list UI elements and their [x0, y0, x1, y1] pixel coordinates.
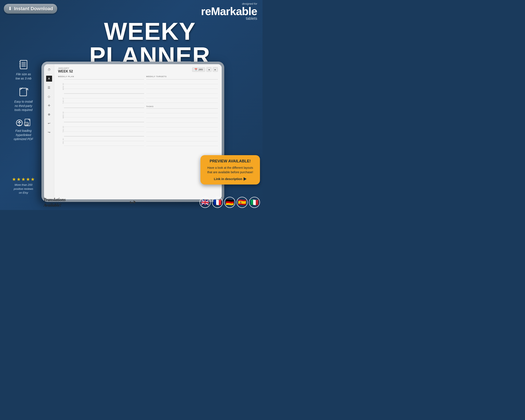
weekly-plan-column: WEEKLY PLAN MON 26 TUE 27 [58, 75, 144, 194]
tablet-device: ⏱ A ☰ ◇ ✛ ⊕ ↩ ↪ JANUARY WEEK 52 [41, 62, 224, 202]
mon-label: MON 26 [58, 79, 64, 93]
targets-lines [146, 79, 218, 103]
next-button[interactable]: ► [213, 67, 218, 72]
wed-label: WED 28 [58, 108, 64, 122]
tue-label: TUE 27 [58, 93, 64, 108]
flags-row: 🇬🇧 🇫🇷 🇩🇪 🇪🇸 🇮🇹 [200, 197, 260, 208]
sidebar-eraser-icon: ◇ [46, 93, 52, 100]
sidebar-undo-icon: ↩ [46, 120, 52, 126]
day-row-fri: FRI 30 [58, 136, 144, 146]
tue-lines [64, 93, 144, 108]
preview-body: Have a look at the different layouts tha… [205, 166, 256, 175]
week-number: WEEK 52 [58, 69, 73, 73]
notebook-icon [19, 59, 29, 71]
preview-link-text: Link in description [214, 177, 242, 181]
preview-arrow-icon [244, 177, 247, 181]
download-icon: ⬇ [8, 6, 12, 11]
fri-label: FRI 30 [58, 136, 64, 146]
download-label: Instant Download [14, 6, 53, 11]
planner-grid: WEEKLY PLAN MON 26 TUE 27 [58, 75, 218, 194]
pdf-icons: PDF [16, 119, 32, 128]
preview-link[interactable]: Link in description [205, 177, 256, 181]
install-icon [19, 87, 29, 98]
page-container: ⬇ Instant Download designed for reMarkab… [0, 0, 262, 210]
flag-france: 🇫🇷 [212, 197, 223, 208]
mon-lines [64, 79, 144, 93]
weekly-plan-header: WEEKLY PLAN [58, 75, 144, 78]
prev-button[interactable]: ◄ [206, 67, 212, 72]
wed-lines [64, 108, 144, 122]
nav-controls: 📅 JAN ◄ ► [192, 67, 218, 72]
tablet-container: ⏱ A ☰ ◇ ✛ ⊕ ↩ ↪ JANUARY WEEK 52 [41, 62, 262, 210]
translations-text: TranslationsAvailable! [44, 197, 66, 208]
month-label: JANUARY [58, 67, 73, 69]
tablet-header: JANUARY WEEK 52 📅 JAN ◄ ► [58, 67, 218, 73]
features-column: File size aslow as 3 mb Easy to installn… [4, 59, 43, 141]
week-info: JANUARY WEEK 52 [58, 67, 73, 73]
main-title: WEEKY PLANNER [43, 19, 257, 68]
nav-month-label: JAN [198, 68, 203, 71]
feature-install: Easy to installno third-partytools requi… [4, 87, 43, 112]
remarkable-brand: designed for reMarkable tablets [201, 2, 257, 21]
reviews-area: ★★★★★ More than 200positive reviewson Et… [4, 177, 43, 195]
feature-file-size-text: File size aslow as 3 mb [16, 72, 31, 81]
sidebar-redo-icon: ↪ [46, 129, 52, 135]
svg-rect-0 [20, 60, 27, 69]
tablet-sidebar: ⏱ A ☰ ◇ ✛ ⊕ ↩ ↪ [44, 64, 54, 199]
remarkable-name: reMarkable [201, 6, 257, 17]
translations-row: TranslationsAvailable! ↩ 🇬🇧 🇫🇷 🇩🇪 🇪🇸 🇮🇹 [44, 197, 260, 208]
fri-lines [64, 136, 144, 146]
day-row-thu: THU 29 [58, 122, 144, 136]
flag-italy: 🇮🇹 [249, 197, 260, 208]
calendar-icon: 📅 [195, 68, 197, 71]
feature-file-size: File size aslow as 3 mb [4, 59, 43, 81]
thu-label: THU 29 [58, 122, 64, 136]
day-row-tue: TUE 27 [58, 93, 144, 108]
preview-title: PREVIEW AVAILABLE! [205, 159, 256, 163]
flag-germany: 🇩🇪 [224, 197, 235, 208]
flag-uk: 🇬🇧 [200, 197, 211, 208]
thu-lines [64, 122, 144, 136]
day-row-mon: MON 26 [58, 79, 144, 93]
designed-for-label: designed for [201, 2, 257, 5]
reviews-text: More than 200positive reviewson Etsy [4, 183, 43, 195]
month-badge[interactable]: 📅 JAN [192, 67, 205, 72]
tablet-screen: ⏱ A ☰ ◇ ✛ ⊕ ↩ ↪ JANUARY WEEK 52 [44, 64, 222, 199]
feature-pdf-text: Fast loadinghyperlinkedoptimized PDF [14, 129, 33, 141]
tablet-planner-content: JANUARY WEEK 52 📅 JAN ◄ ► [54, 64, 222, 199]
tasks-label: TASKS [146, 105, 218, 108]
weekly-targets-header: WEEKLY TARGETS [146, 75, 218, 78]
sidebar-clock-icon: ⏱ [46, 67, 52, 73]
sidebar-search-icon: ⊕ [46, 111, 52, 117]
sidebar-a-icon[interactable]: A [46, 76, 52, 82]
sidebar-menu-icon: ☰ [46, 84, 52, 91]
day-row-wed: WED 28 [58, 108, 144, 122]
stars-rating: ★★★★★ [4, 177, 43, 182]
flag-spain: 🇪🇸 [237, 197, 248, 208]
feature-pdf: PDF Fast loadinghyperlinkedoptimized PDF [4, 119, 43, 141]
feature-install-text: Easy to installno third-partytools requi… [14, 100, 33, 112]
download-badge[interactable]: ⬇ Instant Download [4, 4, 57, 14]
svg-text:PDF: PDF [25, 123, 28, 125]
sketch-arrow-icon: ↩ [128, 197, 137, 207]
sidebar-move-icon: ✛ [46, 103, 52, 108]
preview-box: PREVIEW AVAILABLE! Have a look at the di… [200, 155, 260, 185]
tasks-lines [146, 108, 218, 146]
